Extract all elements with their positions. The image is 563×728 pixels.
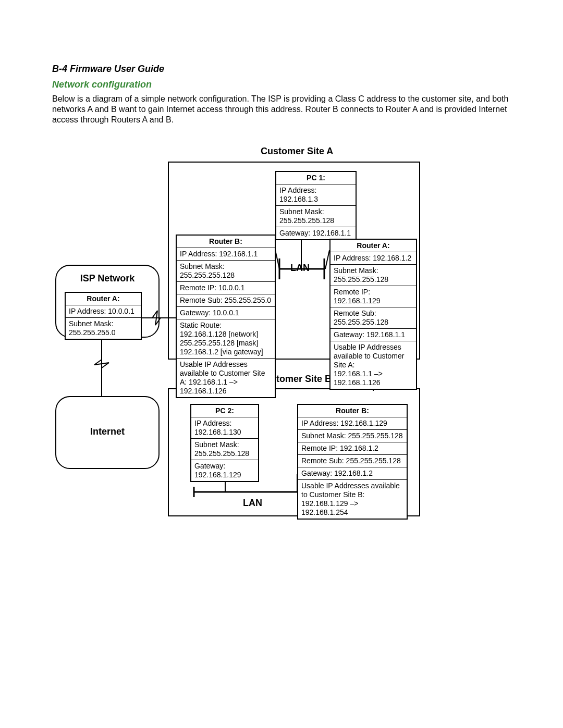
site-a-router-a-rip: Remote IP: 192.168.1.129 [331,286,416,307]
pc2-box: PC 2: IP Address: 192.168.1.130 Subnet M… [190,404,259,482]
site-a-router-b-usable: Usable IP Addresses available to Custome… [177,359,275,397]
site-a-router-a-mask: Subnet Mask: 255.255.255.128 [331,265,416,286]
site-b-router-b-mask: Subnet Mask: 255.255.255.128 [298,430,407,442]
site-a-router-b-mask: Subnet Mask: 255.255.255.128 [177,261,275,282]
site-a-router-b-box: Router B: IP Address: 192.168.1.1 Subnet… [176,235,276,398]
site-b-router-b-title: Router B: [298,405,407,417]
page-header: B-4 Firmware User Guide [52,64,164,75]
section-title: Network configuration [52,79,152,90]
isp-network-label: ISP Network [56,273,158,284]
document-page: B-4 Firmware User Guide Network configur… [0,0,563,728]
site-b-router-b-gw: Gateway: 192.168.1.2 [298,467,407,480]
pc1-title: PC 1: [276,172,356,184]
lan-a-label: LAN [290,263,310,274]
pc1-ip: IP Address: 192.168.1.3 [276,184,356,206]
site-b-router-b-box: Router B: IP Address: 192.168.1.129 Subn… [297,404,408,520]
pc2-gateway: Gateway: 192.168.1.129 [191,460,258,481]
isp-router-a-ip: IP Address: 10.0.0.1 [66,305,141,318]
site-b-router-b-rip: Remote IP: 192.168.1.2 [298,442,407,455]
pc2-title: PC 2: [191,405,258,417]
pc1-mask: Subnet Mask: 255.255.255.128 [276,206,356,227]
pc1-gateway: Gateway: 192.168.1.1 [276,227,356,239]
lan-b-label: LAN [243,498,262,509]
site-a-title: Customer Site A [261,146,333,157]
site-a-router-a-usable: Usable IP Addresses available to Custome… [331,341,416,389]
pc1-box: PC 1: IP Address: 192.168.1.3 Subnet Mas… [275,171,357,240]
site-a-router-b-route: Static Route: 192.168.1.128 [network] 25… [177,319,275,359]
site-a-router-b-ip: IP Address: 192.168.1.1 [177,248,275,261]
site-a-router-a-rsub: Remote Sub: 255.255.255.128 [331,307,416,329]
site-b-router-b-ip: IP Address: 192.168.1.129 [298,417,407,430]
pc2-ip: IP Address: 192.168.1.130 [191,417,258,439]
site-a-router-a-title: Router A: [331,240,416,252]
site-a-router-b-gw: Gateway: 10.0.0.1 [177,307,275,319]
isp-router-a-mask: Subnet Mask: 255.255.255.0 [66,318,141,339]
site-a-router-b-rip: Remote IP: 10.0.0.1 [177,282,275,294]
site-a-router-a-ip: IP Address: 192.168.1.2 [331,252,416,265]
internet-label: Internet [56,426,158,437]
site-a-router-a-box: Router A: IP Address: 192.168.1.2 Subnet… [329,239,417,390]
site-a-router-b-rsub: Remote Sub: 255.255.255.0 [177,294,275,307]
site-b-router-b-usable: Usable IP Addresses available to Custome… [298,480,407,519]
intro-paragraph: Below is a diagram of a simple network c… [52,94,511,125]
site-b-router-b-rsub: Remote Sub: 255.255.255.128 [298,455,407,467]
isp-router-a-title: Router A: [66,293,141,305]
site-a-router-b-title: Router B: [177,236,275,248]
isp-router-a-box: Router A: IP Address: 10.0.0.1 Subnet Ma… [65,292,142,340]
site-a-router-a-gw: Gateway: 192.168.1.1 [331,329,416,341]
internet-box: Internet [55,396,160,469]
pc2-mask: Subnet Mask: 255.255.255.128 [191,439,258,460]
